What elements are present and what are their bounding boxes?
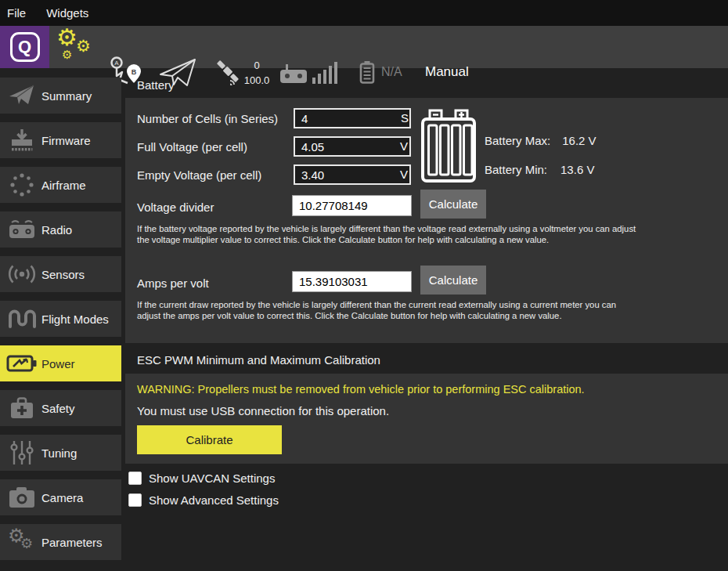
full-voltage-input[interactable] xyxy=(294,136,411,157)
gps-count: 0 xyxy=(240,58,274,73)
flight-mode-indicator[interactable]: Manual xyxy=(425,64,469,80)
sidebar-label: Camera xyxy=(41,491,83,504)
sidebar-label: Safety xyxy=(41,402,75,415)
paper-plane-icon xyxy=(6,85,38,107)
sidebar-label: Tuning xyxy=(41,446,77,460)
gears-icon: ⚙ xyxy=(76,38,91,54)
toolbar: Q ⚙ ⚙ ⚙ A B xyxy=(0,26,728,68)
voltage-calculate-button[interactable]: Calculate xyxy=(420,190,486,219)
battery-status: N/A xyxy=(381,65,402,79)
satellite-icon xyxy=(214,60,241,86)
battery-min-row: Battery Min: 13.6 V xyxy=(485,163,594,176)
sidebar-label: Flight Modes xyxy=(41,313,109,326)
sidebar-item-power[interactable]: Power xyxy=(0,345,121,381)
uavcan-checkbox-label: Show UAVCAN Settings xyxy=(149,472,275,485)
sidebar-item-safety[interactable]: Safety xyxy=(0,390,121,426)
empty-voltage-input[interactable] xyxy=(294,164,411,185)
sidebar-label: Sensors xyxy=(41,268,85,281)
full-voltage-unit: V xyxy=(400,139,408,153)
advanced-checkbox[interactable] xyxy=(128,493,142,507)
battery-max-row: Battery Max: 16.2 V xyxy=(485,134,596,147)
power-battery-icon xyxy=(6,353,38,374)
battery-panel: Number of Cells (in Series) S Full Volta… xyxy=(125,98,728,343)
voltage-divider-help: If the battery voltage reported by the v… xyxy=(137,224,636,245)
gears-icon: ⚙ xyxy=(62,49,72,60)
sidebar-label: Parameters xyxy=(41,536,103,549)
parameters-gears-icon: ⚙ ⚙ xyxy=(6,526,38,558)
battery-max-value: 16.2 V xyxy=(562,134,596,147)
gps-values: 0 100.0 xyxy=(240,58,274,88)
menu-file[interactable]: File xyxy=(7,6,26,20)
menu-widgets[interactable]: Widgets xyxy=(46,6,88,20)
battery-indicator[interactable] xyxy=(359,60,375,87)
full-voltage-label: Full Voltage (per cell) xyxy=(137,140,247,154)
sidebar-item-sensors[interactable]: Sensors xyxy=(0,256,121,292)
voltage-divider-label: Voltage divider xyxy=(137,201,214,214)
airframe-dots-icon xyxy=(6,172,38,197)
cells-label: Number of Cells (in Series) xyxy=(137,112,278,125)
sidebar-label: Firmware xyxy=(41,134,91,147)
empty-voltage-unit: V xyxy=(400,168,408,181)
sidebar-item-parameters[interactable]: ⚙ ⚙ Parameters xyxy=(0,524,121,560)
sidebar-item-summary[interactable]: Summary xyxy=(0,78,121,114)
sidebar-item-radio[interactable]: Radio xyxy=(0,211,121,248)
radio-icon xyxy=(6,219,38,240)
safety-case-icon xyxy=(6,396,38,420)
esc-usb-note: You must use USB connection for this ope… xyxy=(137,404,389,417)
firmware-download-icon xyxy=(6,128,38,152)
battery-min-label: Battery Min: xyxy=(485,163,547,176)
voltage-divider-input[interactable] xyxy=(292,195,412,216)
battery-small-icon xyxy=(359,60,375,84)
camera-icon xyxy=(6,486,38,508)
esc-warning-text: WARNING: Propellers must be removed from… xyxy=(137,383,585,396)
sidebar-item-tuning[interactable]: Tuning xyxy=(0,435,121,471)
qgc-logo-button[interactable]: Q xyxy=(0,26,49,68)
amps-per-volt-help: If the current draw reported by the vehi… xyxy=(137,300,642,321)
esc-section-title: ESC PWM Minimum and Maximum Calibration xyxy=(137,353,380,367)
flight-modes-wave-icon xyxy=(6,308,38,330)
amps-calculate-button[interactable]: Calculate xyxy=(420,266,486,295)
sidebar-item-airframe[interactable]: Airframe xyxy=(0,167,121,203)
sidebar-item-camera[interactable]: Camera xyxy=(0,479,121,515)
menu-bar: File Widgets xyxy=(0,0,728,26)
battery-section-title: Battery xyxy=(137,78,175,92)
gps-hdop: 100.0 xyxy=(240,73,274,88)
amps-per-volt-label: Amps per volt xyxy=(137,276,209,290)
svg-text:B: B xyxy=(132,68,137,76)
advanced-settings-row: Show Advanced Settings xyxy=(128,493,279,507)
rc-signal[interactable] xyxy=(312,60,337,87)
calibrate-button[interactable]: Calibrate xyxy=(137,425,282,454)
gears-icon: ⚙ xyxy=(56,26,77,49)
signal-bars-icon xyxy=(312,60,337,84)
sidebar-label: Radio xyxy=(41,223,72,237)
gps-indicator[interactable] xyxy=(214,60,241,89)
uavcan-settings-row: Show UAVCAN Settings xyxy=(128,472,275,485)
empty-voltage-label: Empty Voltage (per cell) xyxy=(137,168,261,182)
cells-unit: S xyxy=(401,111,409,125)
sidebar-item-flight-modes[interactable]: Flight Modes xyxy=(0,301,121,337)
rc-transmitter-icon xyxy=(279,63,308,85)
uavcan-checkbox[interactable] xyxy=(128,472,142,485)
sidebar-label: Summary xyxy=(41,89,92,103)
cells-input[interactable] xyxy=(294,108,411,128)
sidebar-label: Airframe xyxy=(41,179,86,192)
battery-max-label: Battery Max: xyxy=(485,134,550,147)
amps-per-volt-input[interactable] xyxy=(292,271,412,292)
sidebar-item-firmware[interactable]: Firmware xyxy=(0,122,121,158)
esc-panel: WARNING: Propellers must be removed from… xyxy=(125,374,728,464)
sidebar-label: Power xyxy=(41,357,75,370)
svg-text:A: A xyxy=(114,60,119,67)
vehicle-setup-tab[interactable]: ⚙ ⚙ ⚙ xyxy=(56,26,94,66)
battery-large-icon xyxy=(420,109,477,186)
battery-min-value: 13.6 V xyxy=(560,163,594,176)
tuning-sliders-icon xyxy=(6,440,38,465)
qgc-logo-icon: Q xyxy=(10,32,40,62)
advanced-checkbox-label: Show Advanced Settings xyxy=(149,493,279,507)
sensors-signal-icon xyxy=(6,262,38,286)
rc-indicator[interactable] xyxy=(279,63,308,88)
